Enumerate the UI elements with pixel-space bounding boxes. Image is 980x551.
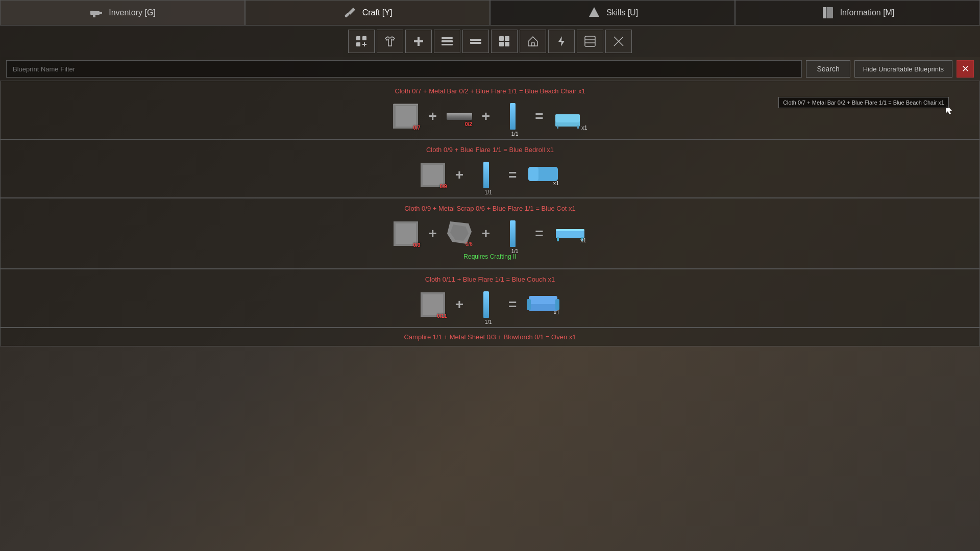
nav-inventory[interactable]: Inventory [G] — [0, 0, 245, 26]
blueprint-title-bedroll: Cloth 0/9 + Blue Flare 1/1 = Blue Bedrol… — [11, 146, 969, 154]
result-count-3: x1 — [580, 237, 586, 243]
ingredient-cloth-4: 0/11 — [419, 290, 447, 319]
blueprint-title-cot: Cloth 0/9 + Metal Scrap 0/6 + Blue Flare… — [11, 205, 969, 212]
blueprint-card-cot: Cloth 0/9 + Metal Scrap 0/6 + Blue Flare… — [0, 198, 980, 269]
toolbar-building[interactable] — [520, 30, 546, 53]
cloth-count-4: 0/11 — [437, 313, 447, 319]
book-svg — [821, 6, 835, 20]
svg-marker-33 — [396, 106, 416, 127]
svg-rect-24 — [505, 42, 509, 46]
svg-rect-8 — [826, 7, 827, 18]
result-bedroll: x1 — [525, 161, 561, 189]
shirt-icon — [384, 35, 396, 47]
close-search-button[interactable]: ✕ — [957, 60, 974, 78]
nav-skills[interactable]: Skills [U] — [490, 0, 735, 26]
grid-icon — [498, 35, 510, 47]
toolbar-medical[interactable] — [405, 30, 432, 53]
flare-count-4: 1/1 — [485, 319, 492, 325]
ingredient-flare-2: 1/1 — [472, 161, 500, 189]
wrench-svg — [343, 6, 357, 20]
svg-rect-21 — [499, 36, 504, 41]
svg-rect-39 — [577, 126, 579, 129]
blueprint-ingredients-bedroll: 0/9 + 1/1 = x1 — [11, 161, 969, 189]
lightning-icon — [555, 35, 568, 47]
ingredient-cloth-3: 0/9 — [391, 219, 420, 248]
equals-1: = — [535, 108, 543, 124]
equals-2: = — [508, 167, 517, 183]
toolbar-clothing[interactable] — [377, 30, 403, 53]
metalscrap-count-1: 0/6 — [465, 241, 473, 247]
svg-rect-11 — [356, 42, 360, 46]
ingredient-flare-1: 1/1 — [498, 102, 527, 131]
svg-rect-9 — [356, 36, 360, 40]
ingredient-cloth-2: 0/9 — [419, 161, 447, 189]
wrench-icon — [343, 6, 357, 20]
svg-rect-20 — [470, 42, 481, 44]
result-couch: x1 — [525, 290, 561, 319]
svg-rect-23 — [499, 42, 504, 46]
tooltip-beach-chair: Cloth 0/7 + Metal Bar 0/2 + Blue Flare 1… — [778, 97, 949, 108]
svg-rect-25 — [531, 43, 534, 46]
nav-information[interactable]: Information [M] — [735, 0, 980, 26]
craft-toolbar — [0, 26, 980, 57]
svg-rect-10 — [362, 36, 366, 40]
grid-plus-icon — [355, 35, 368, 47]
toolbar-tools[interactable] — [434, 30, 460, 53]
nav-skills-label: Skills [U] — [606, 8, 638, 17]
svg-rect-18 — [442, 44, 453, 45]
nav-craft-label: Craft [Y] — [362, 8, 393, 17]
toolbar-all[interactable] — [348, 30, 375, 53]
blueprint-list: Cloth 0/7 + Metal Bar 0/2 + Blue Flare 1… — [0, 81, 980, 551]
blueprint-card-couch: Cloth 0/11 + Blue Flare 1/1 = Blue Couch… — [0, 269, 980, 328]
blueprint-title-oven: Campfire 1/1 + Metal Sheet 0/3 + Blowtor… — [11, 333, 969, 341]
blueprint-ingredients-couch: 0/11 + 1/1 = — [11, 290, 969, 319]
flare-count-3: 1/1 — [511, 248, 519, 254]
cloth-count-2: 0/9 — [440, 184, 447, 189]
plus-op-1: + — [428, 108, 436, 124]
tool-icon — [441, 35, 453, 47]
arrow-svg — [587, 6, 601, 20]
svg-rect-15 — [414, 40, 423, 42]
plus-icon — [412, 35, 425, 47]
svg-rect-16 — [442, 40, 453, 42]
ingredient-cloth-1: 0/7 — [391, 102, 420, 131]
ingredient-flare-3: 1/1 — [498, 219, 527, 248]
svg-rect-37 — [555, 114, 580, 122]
toolbar-electric[interactable] — [548, 30, 575, 53]
other-icon — [612, 35, 625, 47]
ingredient-metalscrap-1: 0/6 — [445, 219, 474, 248]
tooltip-text-1: Cloth 0/7 + Metal Bar 0/2 + Blue Flare 1… — [783, 99, 944, 106]
crafting-requirement-cot: Requires Crafting II — [11, 253, 969, 260]
search-button[interactable]: Search — [806, 60, 850, 78]
blueprint-card-beach-chair: Cloth 0/7 + Metal Bar 0/2 + Blue Flare 1… — [0, 81, 980, 139]
cloth-count-1: 0/7 — [413, 125, 421, 131]
blueprint-ingredients-cot: 0/9 + 0/6 + 1/1 = — [11, 219, 969, 248]
plus-op-2: + — [482, 108, 490, 124]
svg-rect-50 — [557, 237, 559, 241]
equals-4: = — [508, 296, 517, 313]
svg-marker-53 — [423, 294, 443, 315]
weapons-icon — [470, 35, 482, 47]
toolbar-other[interactable] — [605, 30, 632, 53]
toolbar-weapons[interactable] — [462, 30, 489, 53]
hide-uncraftable-button[interactable]: Hide Uncraftable Blueprints — [854, 60, 952, 78]
nav-craft[interactable]: Craft [Y] — [245, 0, 490, 26]
svg-rect-27 — [585, 36, 595, 46]
svg-rect-43 — [528, 167, 538, 181]
toolbar-misc[interactable] — [577, 30, 603, 53]
svg-marker-5 — [589, 7, 599, 17]
nav-information-label: Information [M] — [840, 8, 895, 17]
search-row: Search Hide Uncraftable Blueprints ✕ — [0, 57, 980, 81]
house-icon — [527, 35, 539, 47]
svg-rect-56 — [527, 299, 531, 310]
search-input[interactable] — [6, 60, 802, 78]
book-icon — [821, 6, 835, 20]
result-count-2: x1 — [553, 180, 559, 186]
equals-3: = — [535, 226, 543, 242]
svg-marker-45 — [396, 223, 416, 244]
plus-op-4: + — [428, 226, 436, 242]
svg-rect-3 — [90, 11, 93, 12]
toolbar-ammo[interactable] — [491, 30, 518, 53]
gun-svg — [89, 6, 104, 20]
metalbar-count-1: 0/2 — [465, 121, 472, 127]
